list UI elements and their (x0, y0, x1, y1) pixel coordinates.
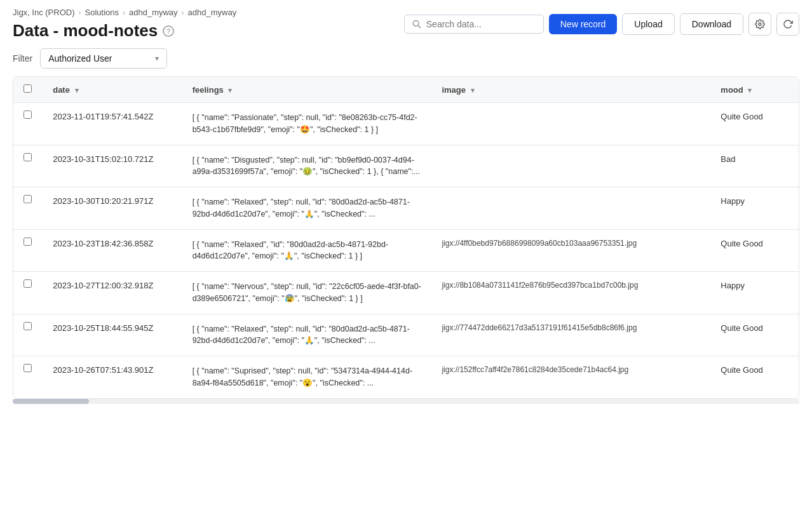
row-feelings-5: [ { "name": "Relaxed", "step": null, "id… (182, 314, 432, 356)
col-header-date[interactable]: date ▾ (43, 77, 182, 103)
sort-date-icon: ▾ (75, 86, 79, 95)
sort-image-icon: ▾ (471, 86, 475, 95)
col-image-label: image (442, 85, 466, 95)
select-all-checkbox[interactable] (24, 84, 32, 93)
row-checkbox-4[interactable] (24, 279, 32, 288)
help-icon[interactable]: ? (163, 25, 174, 37)
filter-value: Authorized User (48, 53, 112, 64)
row-feelings-6: [ { "name": "Suprised", "step": null, "i… (182, 356, 432, 398)
row-date-1: 2023-10-31T15:02:10.721Z (43, 145, 182, 187)
row-checkbox-1[interactable] (24, 153, 32, 161)
table-row: 2023-10-31T15:02:10.721Z [ { "name": "Di… (13, 145, 799, 187)
svg-point-2 (759, 23, 761, 25)
row-date-6: 2023-10-26T07:51:43.901Z (43, 356, 182, 398)
row-mood-6: Quite Good (710, 356, 799, 398)
table-row: 2023-10-26T07:51:43.901Z [ { "name": "Su… (13, 356, 799, 398)
row-image-0 (431, 103, 710, 145)
row-date-0: 2023-11-01T19:57:41.542Z (43, 103, 182, 145)
row-image-3: jigx://4ff0bebd97b6886998099a60cb103aaa9… (431, 229, 710, 272)
row-feelings-0: [ { "name": "Passionate", "step": null, … (182, 103, 432, 145)
search-icon (412, 20, 421, 29)
row-date-5: 2023-10-25T18:44:55.945Z (43, 314, 182, 356)
breadcrumb: Jigx, Inc (PROD) › Solutions › adhd_mywa… (13, 8, 236, 17)
filter-select[interactable]: Authorized User ▾ (40, 48, 167, 69)
search-box[interactable] (404, 15, 544, 34)
col-feelings-label: feelings (193, 85, 224, 95)
breadcrumb-item-adhd2: adhd_myway (188, 8, 237, 17)
data-table: date ▾ feelings ▾ image ▾ mood ▾ (13, 76, 799, 399)
refresh-button[interactable] (776, 13, 799, 36)
new-record-button[interactable]: New record (549, 14, 618, 34)
search-input[interactable] (426, 19, 536, 29)
col-date-label: date (53, 85, 70, 95)
row-check-3[interactable] (13, 229, 43, 272)
row-checkbox-6[interactable] (24, 364, 32, 372)
row-image-1 (431, 145, 710, 187)
row-mood-2: Happy (710, 187, 799, 230)
row-date-2: 2023-10-30T10:20:21.971Z (43, 187, 182, 230)
table-row: 2023-11-01T19:57:41.542Z [ { "name": "Pa… (13, 103, 799, 145)
row-check-0[interactable] (13, 103, 43, 145)
svg-line-1 (418, 25, 421, 28)
row-checkbox-3[interactable] (24, 238, 32, 246)
col-mood-label: mood (721, 85, 743, 95)
gear-icon (755, 19, 765, 29)
filter-label: Filter (13, 53, 32, 64)
sort-mood-icon: ▾ (748, 86, 752, 95)
row-date-4: 2023-10-27T12:00:32.918Z (43, 272, 182, 314)
scrollbar-thumb[interactable] (13, 399, 89, 404)
col-header-mood[interactable]: mood ▾ (710, 77, 799, 103)
row-checkbox-2[interactable] (24, 195, 32, 203)
breadcrumb-item-jigx[interactable]: Jigx, Inc (PROD) (13, 8, 75, 17)
row-mood-4: Happy (710, 272, 799, 314)
row-image-2 (431, 187, 710, 230)
table-row: 2023-10-25T18:44:55.945Z [ { "name": "Re… (13, 314, 799, 356)
breadcrumb-sep-3: › (182, 8, 184, 17)
row-mood-1: Bad (710, 145, 799, 187)
filter-bar: Filter Authorized User ▾ (0, 41, 812, 76)
chevron-down-icon: ▾ (155, 54, 159, 63)
refresh-icon (783, 19, 793, 29)
settings-button[interactable] (748, 13, 771, 36)
col-header-image[interactable]: image ▾ (431, 77, 710, 103)
breadcrumb-sep-2: › (123, 8, 125, 17)
table-row: 2023-10-30T10:20:21.971Z [ { "name": "Re… (13, 187, 799, 230)
row-check-5[interactable] (13, 314, 43, 356)
row-check-6[interactable] (13, 356, 43, 398)
row-check-1[interactable] (13, 145, 43, 187)
download-button[interactable]: Download (680, 13, 743, 35)
row-feelings-3: [ { "name": "Relaxed", "id": "80d0ad2d-a… (182, 229, 432, 272)
table-row: 2023-10-27T12:00:32.918Z [ { "name": "Ne… (13, 272, 799, 314)
upload-button[interactable]: Upload (622, 13, 674, 35)
row-image-4: jigx://8b1084a0731141f2e876b95ecd397bca1… (431, 272, 710, 314)
row-image-5: jigx://774472dde66217d3a5137191f61415e5d… (431, 314, 710, 356)
col-header-feelings[interactable]: feelings ▾ (182, 77, 432, 103)
horizontal-scrollbar[interactable] (13, 399, 799, 404)
row-image-6: jigx://152ffcc7aff4f2e7861c8284de35cede7… (431, 356, 710, 398)
row-check-2[interactable] (13, 187, 43, 230)
breadcrumb-sep-1: › (79, 8, 81, 17)
table-header-row: date ▾ feelings ▾ image ▾ mood ▾ (13, 77, 799, 103)
row-checkbox-5[interactable] (24, 322, 32, 330)
sort-feelings-icon: ▾ (228, 86, 232, 95)
breadcrumb-item-adhd1[interactable]: adhd_myway (129, 8, 178, 17)
page-title: Data - mood-notes ? (13, 21, 236, 41)
breadcrumb-item-solutions[interactable]: Solutions (85, 8, 119, 17)
row-mood-5: Quite Good (710, 314, 799, 356)
row-feelings-1: [ { "name": "Disgusted", "step": null, "… (182, 145, 432, 187)
row-mood-3: Quite Good (710, 229, 799, 272)
row-check-4[interactable] (13, 272, 43, 314)
row-feelings-2: [ { "name": "Relaxed", "step": null, "id… (182, 187, 432, 230)
col-header-check[interactable] (13, 77, 43, 103)
row-checkbox-0[interactable] (24, 111, 32, 119)
row-date-3: 2023-10-23T18:42:36.858Z (43, 229, 182, 272)
row-mood-0: Quite Good (710, 103, 799, 145)
row-feelings-4: [ { "name": "Nervous", "step": null, "id… (182, 272, 432, 314)
table-row: 2023-10-23T18:42:36.858Z [ { "name": "Re… (13, 229, 799, 272)
